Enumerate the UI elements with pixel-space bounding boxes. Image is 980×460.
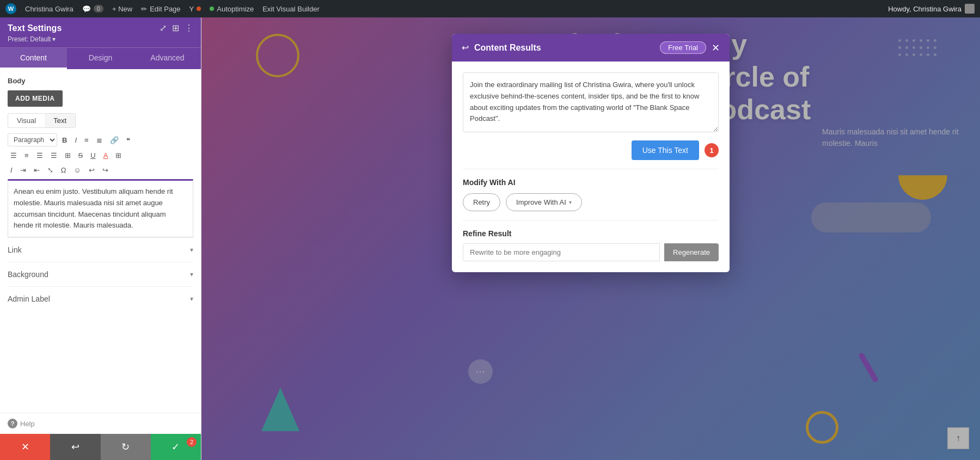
modal-body: Join the extraordinary mailing list of C… [452,62,730,272]
new-item[interactable]: + New [112,5,132,13]
underline-button[interactable]: U [88,150,98,161]
yoast-label: Y [189,5,194,13]
link-header[interactable]: Link ▾ [8,246,193,254]
background-chevron-icon: ▾ [190,271,193,278]
section-divider-1 [463,169,719,169]
link-button[interactable]: 🔗 [107,134,121,146]
tab-design[interactable]: Design [67,48,134,69]
special-char-button[interactable]: Ω [58,164,69,176]
columns-icon[interactable]: ⊞ [172,23,179,33]
preset-chevron: ▾ [52,35,56,43]
modal-close-button[interactable]: ✕ [712,43,720,53]
step-badge: 1 [705,143,719,157]
undo-toolbar-button[interactable]: ↩ [86,164,97,176]
wp-logo-item[interactable]: W [5,3,16,14]
new-label: + New [112,5,132,13]
save-badge: 2 [187,437,197,447]
background-header[interactable]: Background ▾ [8,270,193,279]
content-editable-area[interactable]: Anean eu enim justo. Vestibulum aliquam … [8,179,193,237]
background-label: Background [8,270,48,279]
toolbar-row-3: I ⇥ ⇤ ⤡ Ω ☺ ↩ ↪ [8,164,193,176]
save-icon: ✓ [171,441,180,453]
free-trial-badge[interactable]: Free Trial [660,41,706,54]
color-button[interactable]: A [101,150,111,161]
strikethrough-button[interactable]: S [76,150,86,161]
autoptimize-item[interactable]: Autoptimize [210,5,254,13]
modal-header-left: ↩ Content Results [462,42,541,53]
preset-label: Preset: Default [8,35,51,43]
ordered-list-button[interactable]: ≣ [94,134,105,146]
improve-with-ai-button[interactable]: Improve With AI ▾ [506,193,582,211]
italic2-button[interactable]: I [8,164,15,176]
align-right-button[interactable]: ☰ [34,150,46,161]
exit-builder-item[interactable]: Exit Visual Builder [262,5,320,13]
paragraph-select[interactable]: Paragraph [8,133,57,146]
green-dot [210,7,214,11]
link-label: Link [8,246,22,254]
outdent-button[interactable]: ⇤ [31,164,42,176]
yoast-red-dot [197,7,201,11]
result-textarea[interactable]: Join the extraordinary mailing list of C… [463,72,719,132]
indent-button[interactable]: ⇥ [17,164,29,176]
link-chevron-icon: ▾ [190,246,193,254]
align-justify-button[interactable]: ☰ [48,150,60,161]
site-name-item[interactable]: Christina Gwira [25,5,74,13]
redo-toolbar-button[interactable]: ↪ [100,164,111,176]
align-left-button[interactable]: ☰ [8,150,20,161]
help-icon: ? [8,419,17,428]
autoptimize-label: Autoptimize [217,5,254,13]
fullscreen-button[interactable]: ⤡ [45,164,56,176]
admin-label-header[interactable]: Admin Label ▾ [8,295,193,303]
modify-with-ai-section: Modify With AI Retry Improve With AI ▾ [463,178,719,211]
modify-buttons: Retry Improve With AI ▾ [463,193,719,211]
visual-mode-tab[interactable]: Visual [8,114,45,127]
admin-label-section: Admin Label ▾ [8,286,193,311]
refine-input[interactable] [463,243,660,261]
blockquote-button[interactable]: ❝ [124,134,133,146]
refine-row: Regenerate [463,243,719,261]
panel-header-icons: ⤢ ⊞ ⋮ [160,23,193,33]
help-row[interactable]: ? Help [0,413,201,434]
emoji-button[interactable]: ☺ [71,164,83,176]
retry-button[interactable]: Retry [463,193,500,211]
more-vert-icon[interactable]: ⋮ [185,23,193,33]
comment-item[interactable]: 💬 0 [82,5,103,13]
howdy-section: Howdy, Christina Gwira [888,4,975,14]
modify-with-ai-label: Modify With AI [463,178,719,187]
add-media-button[interactable]: ADD MEDIA [8,90,63,107]
tab-content[interactable]: Content [0,48,67,69]
left-panel: Text Settings ⤢ ⊞ ⋮ Preset: Default ▾ Co… [0,17,201,460]
regenerate-button[interactable]: Regenerate [664,243,719,261]
yoast-item[interactable]: Y [189,5,201,13]
link-section: Link ▾ [8,237,193,262]
site-name-label: Christina Gwira [25,5,74,13]
toolbar-row-2: ☰ ≡ ☰ ☰ ⊞ S U A ⊞ [8,150,193,161]
cancel-button[interactable]: ✕ [0,434,50,460]
improve-dropdown-arrow-icon: ▾ [569,199,572,205]
unordered-list-button[interactable]: ≡ [82,134,91,146]
text-mode-tab[interactable]: Text [45,114,75,127]
redo-button[interactable]: ↻ [101,434,151,460]
edit-page-item[interactable]: ✏ Edit Page [141,5,180,13]
undo-button[interactable]: ↩ [50,434,100,460]
italic-button[interactable]: I [72,134,79,146]
table-button[interactable]: ⊞ [62,150,74,161]
main-layout: Text Settings ⤢ ⊞ ⋮ Preset: Default ▾ Co… [0,17,980,460]
use-this-text-button[interactable]: Use This Text [632,140,699,160]
section-divider-2 [463,220,719,220]
admin-label-chevron-icon: ▾ [190,295,193,303]
wp-logo: W [5,3,16,14]
maximize-icon[interactable]: ⤢ [160,23,167,33]
save-button[interactable]: ✓ 2 [151,434,201,460]
copy-button[interactable]: ⊞ [113,150,124,161]
panel-header: Text Settings ⤢ ⊞ ⋮ Preset: Default ▾ [0,17,201,47]
modal-back-icon[interactable]: ↩ [462,42,469,53]
howdy-label: Howdy, Christina Gwira [888,5,961,13]
bold-button[interactable]: B [59,134,70,146]
undo-icon: ↩ [71,441,79,453]
content-text: Anean eu enim justo. Vestibulum aliquam … [14,187,173,229]
tab-advanced[interactable]: Advanced [134,48,201,69]
text-mode-tabs: Visual Text [8,113,76,128]
align-center-button[interactable]: ≡ [22,150,32,161]
preset-selector[interactable]: Preset: Default ▾ [8,35,193,43]
